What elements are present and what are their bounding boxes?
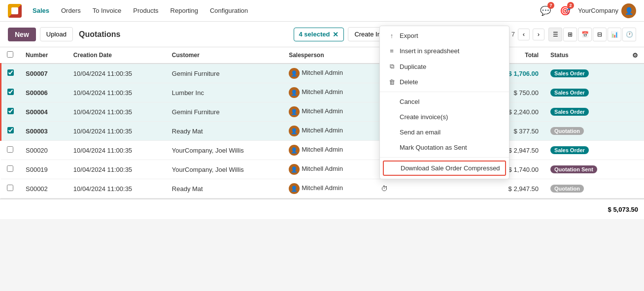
- dropdown-cancel[interactable]: Cancel: [380, 94, 509, 109]
- dropdown-duplicate[interactable]: ⧉ Duplicate: [380, 59, 509, 74]
- notification-icon-1[interactable]: 💬 7: [539, 4, 552, 18]
- row-date: 10/04/2024 11:00:35: [68, 141, 166, 160]
- quotations-table: Number Creation Date Customer Salesperso…: [0, 47, 644, 198]
- salesperson-avatar: 👤: [289, 87, 300, 98]
- notification-badge-2: 2: [567, 2, 574, 9]
- col-date: Creation Date: [68, 47, 166, 64]
- nav-item-configuration[interactable]: Configuration: [205, 4, 253, 17]
- view-kanban[interactable]: ⊞: [563, 28, 577, 41]
- select-all-checkbox[interactable]: [7, 51, 13, 58]
- status-badge: Sales Order: [550, 69, 589, 77]
- row-number: S00003: [20, 122, 68, 141]
- table-row[interactable]: S00007 10/04/2024 11:00:35 Gemini Furnit…: [1, 64, 644, 83]
- row-status: Sales Order: [544, 83, 626, 102]
- row-date: 10/04/2024 11:00:35: [68, 102, 166, 122]
- row-salesperson: 👤Mitchell Admin: [283, 160, 375, 179]
- row-status: Sales Order: [544, 141, 626, 160]
- dropdown-section-2: Cancel Create invoice(s) Send an email M…: [380, 92, 509, 158]
- status-badge: Quotation Sent: [550, 165, 597, 173]
- dropdown-delete[interactable]: 🗑 Delete: [380, 74, 509, 90]
- row-status: Quotation: [544, 122, 626, 141]
- upload-button[interactable]: Upload: [40, 27, 73, 41]
- row-total: $ 2,947.50: [486, 179, 544, 198]
- footer-total: $ 5,073.50: [0, 198, 644, 219]
- dropdown-download-compressed[interactable]: Download Sale Order Compressed: [383, 161, 506, 176]
- table-row[interactable]: S00019 10/04/2024 11:00:35 YourCompany, …: [1, 160, 644, 179]
- pagination-prev[interactable]: ‹: [518, 29, 530, 40]
- selected-badge: 4 selected ✕: [294, 28, 344, 41]
- user-menu[interactable]: YourCompany 👤: [578, 3, 636, 18]
- activity-clock-icon: ⏱: [381, 185, 388, 193]
- notification-icon-2[interactable]: 🎯 2: [558, 4, 572, 18]
- nav-item-sales[interactable]: Sales: [28, 4, 54, 17]
- spreadsheet-label: Insert in spreadsheet: [400, 47, 459, 55]
- actions-dropdown: ↑ Export ≡ Insert in spreadsheet ⧉ Dupli…: [379, 26, 509, 179]
- dropdown-create-invoice[interactable]: Create invoice(s): [380, 109, 509, 125]
- page-title: Quotations: [79, 30, 120, 39]
- user-name: YourCompany: [578, 7, 618, 14]
- row-customer: Ready Mat: [166, 179, 283, 198]
- row-checkbox[interactable]: [7, 165, 13, 172]
- salesperson-avatar: 👤: [289, 145, 300, 156]
- nav-item-orders[interactable]: Orders: [56, 4, 86, 17]
- row-date: 10/04/2024 11:00:35: [68, 179, 166, 198]
- clear-selection-button[interactable]: ✕: [333, 31, 339, 38]
- table-row[interactable]: S00020 10/04/2024 11:00:35 YourCompany, …: [1, 141, 644, 160]
- col-settings-icon[interactable]: ⚙: [632, 52, 638, 59]
- row-number: S00007: [20, 64, 68, 83]
- mark-sent-label: Mark Quotation as Sent: [400, 144, 467, 151]
- dropdown-insert-spreadsheet[interactable]: ≡ Insert in spreadsheet: [380, 43, 509, 59]
- row-number: S00002: [20, 179, 68, 198]
- nav-item-products[interactable]: Products: [128, 4, 163, 17]
- footer-total-value: $ 5,073.50: [608, 206, 638, 213]
- view-grid[interactable]: ⊟: [593, 28, 607, 41]
- table-row[interactable]: S00003 10/04/2024 11:00:35 Ready Mat 👤Mi…: [1, 122, 644, 141]
- app-logo[interactable]: [8, 4, 22, 18]
- selected-count: 4 selected: [299, 31, 330, 38]
- col-status: Status: [544, 47, 626, 64]
- col-number: Number: [20, 47, 68, 64]
- salesperson-avatar: 👤: [289, 68, 300, 79]
- duplicate-label: Duplicate: [400, 63, 426, 70]
- row-checkbox[interactable]: [7, 127, 14, 133]
- row-date: 10/04/2024 11:00:35: [68, 83, 166, 102]
- view-list[interactable]: ☰: [548, 28, 562, 41]
- view-clock[interactable]: 🕐: [622, 28, 636, 41]
- row-status: Quotation: [544, 179, 626, 198]
- col-salesperson: Salesperson: [283, 47, 375, 64]
- row-customer: Gemini Furniture: [166, 64, 283, 83]
- nav-item-reporting[interactable]: Reporting: [166, 4, 203, 17]
- nav-item-to-invoice[interactable]: To Invoice: [88, 4, 127, 17]
- row-status: Sales Order: [544, 64, 626, 83]
- status-badge: Quotation: [550, 185, 584, 193]
- pagination-next[interactable]: ›: [533, 29, 544, 40]
- row-checkbox[interactable]: [7, 89, 14, 95]
- row-checkbox[interactable]: [7, 185, 13, 191]
- table-row[interactable]: S00004 10/04/2024 11:00:35 Gemini Furnit…: [1, 102, 644, 122]
- table-row[interactable]: S00002 10/04/2024 11:00:35 Ready Mat 👤Mi…: [1, 179, 644, 198]
- dropdown-export[interactable]: ↑ Export: [380, 28, 509, 43]
- new-button[interactable]: New: [8, 28, 36, 41]
- dropdown-mark-quotation-sent[interactable]: Mark Quotation as Sent: [380, 140, 509, 155]
- dropdown-send-email[interactable]: Send an email: [380, 125, 509, 140]
- status-badge: Sales Order: [550, 146, 589, 154]
- row-number: S00004: [20, 102, 68, 122]
- row-customer: Lumber Inc: [166, 83, 283, 102]
- row-checkbox[interactable]: [7, 69, 14, 76]
- col-customer: Customer: [166, 47, 283, 64]
- row-customer: Ready Mat: [166, 122, 283, 141]
- dropdown-section-3: Download Sale Order Compressed: [380, 158, 509, 179]
- send-email-label: Send an email: [400, 129, 441, 136]
- salesperson-avatar: 👤: [289, 106, 300, 117]
- download-compressed-label: Download Sale Order Compressed: [401, 164, 500, 172]
- row-checkbox[interactable]: [7, 146, 13, 153]
- row-customer: YourCompany, Joel Willis: [166, 160, 283, 179]
- view-calendar[interactable]: 📅: [578, 28, 592, 41]
- delete-label: Delete: [400, 78, 418, 86]
- row-checkbox[interactable]: [7, 108, 14, 114]
- view-chart[interactable]: 📊: [608, 28, 621, 41]
- table-row[interactable]: S00006 10/04/2024 11:00:35 Lumber Inc 👤M…: [1, 83, 644, 102]
- row-date: 10/04/2024 11:00:35: [68, 160, 166, 179]
- row-salesperson: 👤Mitchell Admin: [283, 102, 375, 122]
- delete-icon: 🗑: [388, 78, 396, 86]
